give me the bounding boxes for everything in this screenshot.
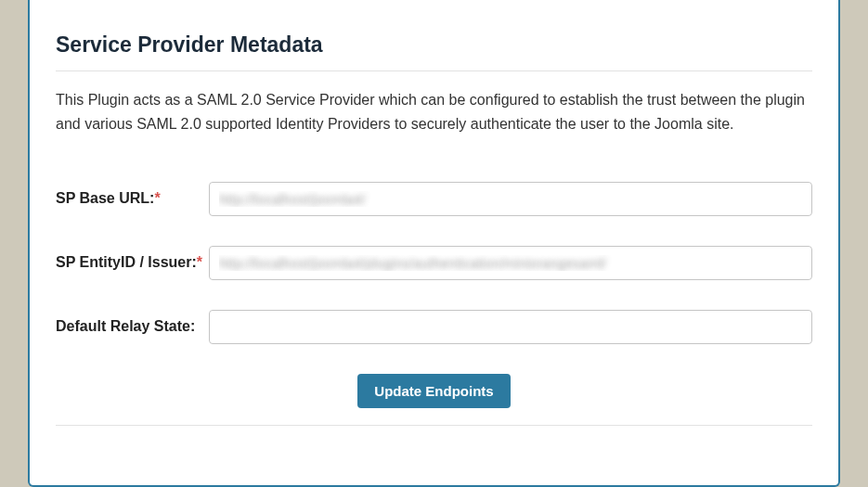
sp-entity-id-label: SP EntityID / Issuer:*	[56, 246, 209, 273]
service-provider-panel: Service Provider Metadata This Plugin ac…	[28, 0, 840, 487]
sp-entity-id-label-text: SP EntityID / Issuer:	[56, 254, 197, 270]
panel-title: Service Provider Metadata	[56, 32, 812, 71]
required-asterisk: *	[154, 190, 160, 206]
button-row: Update Endpoints	[56, 374, 812, 426]
form-row-sp-entity-id: SP EntityID / Issuer:*	[56, 246, 812, 280]
update-endpoints-button[interactable]: Update Endpoints	[357, 374, 510, 408]
form-row-relay-state: Default Relay State:	[56, 310, 812, 344]
relay-state-label: Default Relay State:	[56, 310, 209, 337]
sp-base-url-label: SP Base URL:*	[56, 182, 209, 209]
required-asterisk: *	[197, 254, 202, 270]
form-row-sp-base-url: SP Base URL:*	[56, 182, 812, 216]
relay-state-input[interactable]	[209, 310, 812, 344]
sp-base-url-label-text: SP Base URL:	[56, 190, 154, 206]
sp-entity-id-input[interactable]	[209, 246, 812, 280]
panel-description: This Plugin acts as a SAML 2.0 Service P…	[56, 88, 812, 135]
sp-base-url-input[interactable]	[209, 182, 812, 216]
